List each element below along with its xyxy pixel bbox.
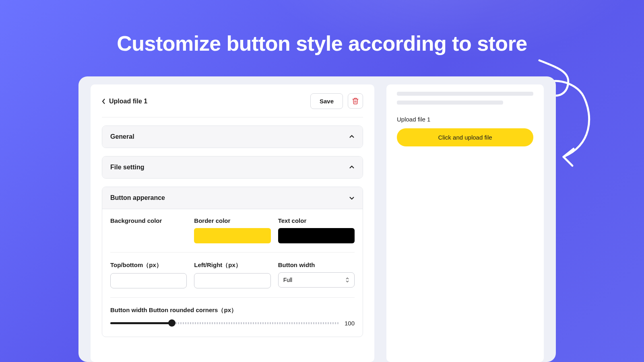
slider-max-value: 100 [345, 320, 355, 327]
preview-label: Upload file 1 [397, 116, 533, 123]
editor-panel: Upload file 1 Save General File setting [91, 84, 374, 362]
section-general-title: General [110, 133, 134, 140]
left-right-input[interactable] [194, 273, 270, 288]
rounded-corners-slider[interactable] [110, 318, 339, 328]
editor-header: Upload file 1 Save [102, 93, 363, 117]
trash-icon [352, 97, 359, 105]
button-width-label: Button width [278, 261, 355, 268]
preview-upload-button[interactable]: Click and upload file [397, 128, 533, 146]
bg-color-swatch[interactable] [110, 228, 187, 243]
breadcrumb-back[interactable]: Upload file 1 [102, 98, 147, 105]
text-color-label: Text color [278, 217, 355, 224]
section-button-appearance-title: Button apperance [110, 194, 165, 202]
section-general: General [102, 125, 363, 148]
section-file-setting-title: File setting [110, 164, 144, 171]
divider [110, 297, 355, 298]
chevron-up-icon [349, 165, 355, 170]
slider-thumb[interactable] [168, 319, 175, 327]
chevron-up-icon [349, 134, 355, 140]
preview-panel: Upload file 1 Click and upload file [386, 84, 544, 362]
bg-color-label: Background color [110, 217, 187, 224]
section-button-appearance-header[interactable]: Button apperance [102, 187, 363, 209]
skeleton-line [397, 92, 533, 96]
section-general-header[interactable]: General [102, 126, 363, 148]
section-file-setting-header[interactable]: File setting [102, 156, 363, 178]
delete-button[interactable] [348, 93, 363, 109]
section-file-setting: File setting [102, 156, 363, 179]
chevron-left-icon [102, 98, 106, 105]
save-button[interactable]: Save [310, 93, 343, 109]
section-button-appearance: Button apperance Background color Border… [102, 187, 363, 337]
divider [110, 252, 355, 253]
chevron-down-icon [349, 195, 355, 201]
top-bottom-input[interactable] [110, 273, 187, 288]
hero-title: Customize button style according to stor… [0, 31, 644, 56]
section-button-appearance-body: Background color Border color Text color [102, 209, 363, 337]
skeleton-line [397, 101, 503, 105]
text-color-swatch[interactable] [278, 228, 355, 243]
breadcrumb-label: Upload file 1 [109, 98, 147, 105]
left-right-label: Left/Right（px） [194, 261, 270, 269]
rounded-corners-label: Button width Button rounded corners（px） [110, 306, 355, 314]
button-width-select[interactable]: Full [278, 272, 355, 288]
top-bottom-label: Top/bottom（px） [110, 261, 187, 269]
border-color-swatch[interactable] [194, 228, 270, 243]
app-window: Upload file 1 Save General File setting [78, 76, 556, 362]
border-color-label: Border color [194, 217, 270, 224]
